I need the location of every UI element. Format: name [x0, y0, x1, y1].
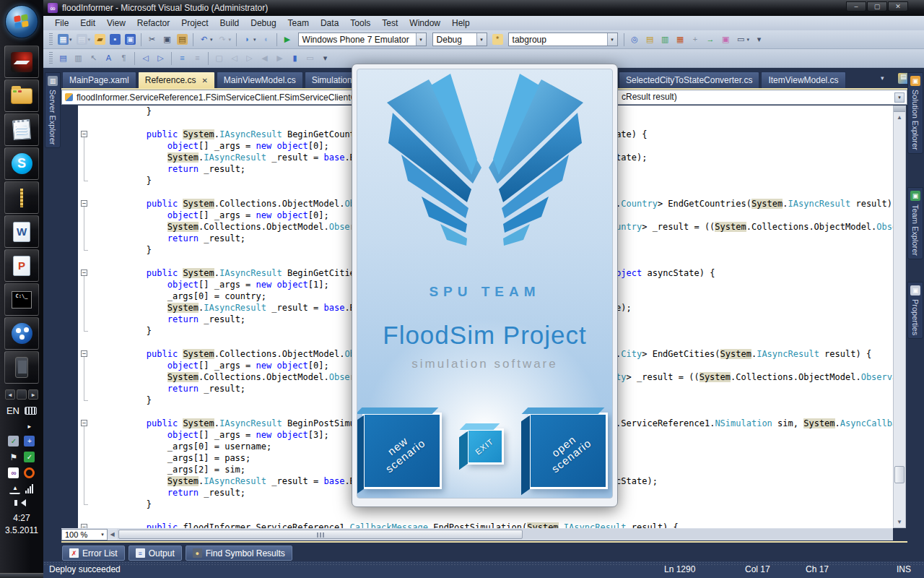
chevron-down-icon[interactable]: ▾	[416, 33, 426, 46]
network-signal-icon[interactable]	[25, 484, 33, 493]
next-bookmark-icon[interactable]: ▷	[243, 51, 256, 65]
menu-project[interactable]: Project	[175, 17, 214, 30]
menu-data[interactable]: Data	[315, 17, 344, 30]
menu-help[interactable]: Help	[446, 17, 476, 30]
show-hidden-icons-icon[interactable]: ▸	[27, 423, 31, 430]
visual-studio-tray-icon[interactable]: ∞	[8, 467, 19, 478]
navigate-to-icon[interactable]: →	[704, 33, 718, 46]
chevron-down-icon[interactable]: ▾	[607, 33, 617, 46]
tab-selectedcitytostateconverter-cs[interactable]: SelectedCityToStateConverter.cs	[619, 72, 759, 88]
winrar-button[interactable]	[4, 181, 39, 214]
toolbox-icon[interactable]: +	[689, 33, 702, 46]
paste-icon[interactable]: ▤	[175, 33, 189, 46]
fold-collapse-icon[interactable]: −	[81, 350, 87, 357]
find-in-files-icon[interactable]: ◎	[628, 33, 642, 46]
target-device-combo[interactable]: Windows Phone 7 Emulator▾	[298, 33, 427, 46]
cut-icon[interactable]: ✂	[145, 33, 159, 46]
chevron-down-icon[interactable]: ▾	[69, 37, 72, 43]
sidebar-tab-team-explorer[interactable]: ▣Team Explorer	[907, 187, 923, 259]
minimize-button[interactable]: –	[846, 1, 866, 12]
menu-refactor[interactable]: Refactor	[131, 17, 175, 30]
toggle-bookmark-icon[interactable]: ▢	[212, 51, 226, 65]
chevron-down-icon[interactable]: ▾	[476, 33, 487, 46]
explorer-folder-button[interactable]	[4, 79, 39, 112]
start-debug-icon[interactable]: ▶	[281, 33, 295, 46]
chevron-down-icon[interactable]: ▾	[229, 37, 232, 43]
horizontal-scroll-thumb[interactable]	[118, 530, 523, 539]
skype-button[interactable]: S	[4, 147, 39, 180]
find-combo[interactable]: tabgroup▾	[508, 33, 618, 46]
notepad-button[interactable]	[4, 113, 39, 146]
toolbar-grip[interactable]	[49, 52, 53, 65]
menu-team[interactable]: Team	[282, 17, 315, 30]
chevron-down-icon[interactable]: ▾	[88, 37, 91, 43]
increase-indent-icon[interactable]: ▷	[154, 51, 167, 65]
tray-clock[interactable]: 4:27	[13, 513, 30, 523]
word-wrap-icon[interactable]: ¶	[117, 51, 131, 65]
comment-bubble-icon[interactable]: ◗▾	[240, 33, 258, 46]
scroll-left-icon[interactable]: ◀	[108, 529, 117, 540]
tab-mainpage-xaml[interactable]: MainPage.xaml	[62, 72, 136, 88]
copy-project-icon[interactable]: ▣	[719, 33, 733, 46]
menu-build[interactable]: Build	[214, 17, 245, 30]
tab-reference-cs[interactable]: Reference.cs✕	[138, 72, 215, 88]
horizontal-scrollbar[interactable]	[117, 529, 893, 540]
chevron-down-icon[interactable]: ▾	[210, 37, 213, 43]
menu-debug[interactable]: Debug	[245, 17, 282, 30]
fold-collapse-icon[interactable]: −	[81, 269, 87, 276]
splash-button-new-scenario[interactable]: newscenario	[362, 413, 442, 489]
editbar-overflow-icon[interactable]: ▾	[318, 51, 332, 65]
scroll-down-icon[interactable]: ▼	[894, 517, 905, 527]
new-item-icon[interactable]: ▦▾	[56, 33, 74, 46]
undo-icon[interactable]: ↶▾	[197, 33, 214, 46]
keyboard-layout-icon[interactable]	[25, 407, 37, 415]
find-symbol-icon[interactable]: *	[491, 33, 505, 46]
panel-tab-output[interactable]: ≡Output	[128, 545, 182, 561]
next-bookmark-folder-icon[interactable]: ▶	[273, 51, 287, 65]
compare-files-icon[interactable]: ▦	[674, 33, 687, 46]
chevron-down-icon[interactable]: ▾	[747, 37, 750, 43]
object-browser-icon[interactable]: ▥	[658, 33, 672, 46]
phone-emulator-button[interactable]	[4, 351, 39, 384]
menu-view[interactable]: View	[101, 17, 131, 30]
zoom-combo[interactable]: 100 % ▾	[61, 529, 108, 540]
powerpoint-button[interactable]: P	[4, 249, 39, 282]
save-icon[interactable]: ▪	[108, 33, 122, 46]
close-icon[interactable]: ✕	[201, 77, 207, 85]
scroll-up-icon[interactable]: ▲	[894, 112, 905, 123]
property-pages-icon[interactable]: ▤	[643, 33, 657, 46]
toolbar-overflow-icon[interactable]: ▾	[752, 33, 766, 46]
volume-icon[interactable]	[17, 499, 26, 506]
chevron-down-icon[interactable]: ▾	[894, 92, 905, 103]
tab-itemviewmodel-cs[interactable]: ItemViewModel.cs	[761, 72, 845, 88]
taskbar-scroll-right-icon[interactable]: ▸	[28, 389, 38, 400]
taskbar-scroll-box[interactable]	[17, 389, 27, 400]
uncomment-lines-icon[interactable]: ≡	[191, 51, 204, 65]
tab-mainviewmodel-cs[interactable]: MainViewModel.cs	[217, 72, 303, 88]
sidebar-tab-server-explorer[interactable]: ▥ Server Explorer	[45, 72, 61, 148]
redo-icon[interactable]: ↷▾	[216, 33, 233, 46]
type-dropdown-text[interactable]: floodInformer.ServiceReference1.FSimServ…	[77, 92, 383, 103]
media-app-button[interactable]	[4, 317, 39, 350]
rename-icon[interactable]: A	[102, 51, 116, 65]
word-button[interactable]: W	[4, 215, 39, 248]
antivirus-icon[interactable]: ✓	[24, 452, 35, 462]
title-bar[interactable]: ∞ floodInformer - Microsoft Visual Studi…	[43, 0, 924, 16]
command-window-icon[interactable]: ▭▾	[734, 33, 751, 46]
show-desktop-button[interactable]	[0, 573, 43, 578]
menu-window[interactable]: Window	[404, 17, 446, 30]
chevron-down-icon[interactable]: ▾	[98, 532, 107, 538]
splash-button-exit[interactable]: EXIT	[466, 428, 504, 465]
splash-button-open-scenario[interactable]: openscenario	[528, 413, 608, 489]
prev-bookmark-folder-icon[interactable]: ◀	[258, 51, 271, 65]
open-file-icon[interactable]: ▰	[93, 33, 107, 46]
panel-tab-error-list[interactable]: ✗Error List	[62, 545, 125, 561]
vertical-scrollbar[interactable]: ▲ ▼	[893, 105, 906, 528]
taskbar-scroll-left-icon[interactable]: ◂	[5, 389, 15, 400]
save-all-icon[interactable]: ▣	[123, 33, 137, 46]
menu-test[interactable]: Test	[376, 17, 404, 30]
menu-tools[interactable]: Tools	[344, 17, 376, 30]
sidebar-tab-solution-explorer[interactable]: ▣Solution Explorer	[907, 72, 923, 154]
solution-config-combo[interactable]: Debug▾	[432, 33, 487, 46]
action-center-flag-icon[interactable]: ⚑	[8, 452, 19, 462]
